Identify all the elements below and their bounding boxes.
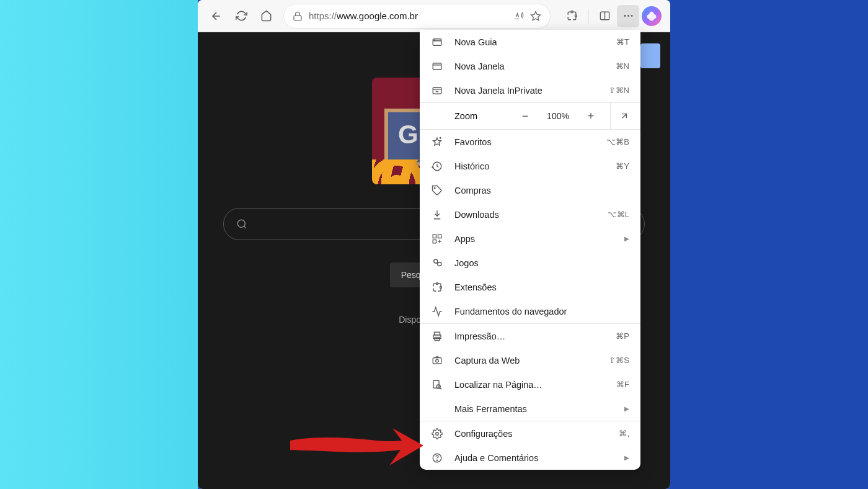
menu-new-window[interactable]: Nova Janela ⌘N	[420, 54, 640, 78]
svg-rect-25	[433, 240, 436, 243]
zoom-in-button[interactable]: +	[583, 108, 599, 124]
extensions-icon[interactable]	[560, 5, 583, 27]
svg-rect-23	[433, 235, 436, 238]
menu-print[interactable]: Impressão… ⌘P	[420, 324, 640, 348]
menu-label: Downloads	[454, 210, 596, 220]
svg-rect-36	[433, 357, 441, 364]
refresh-button[interactable]	[230, 5, 252, 27]
svg-marker-18	[433, 138, 441, 145]
menu-new-inprivate[interactable]: Nova Janela InPrivate ⇧⌘N	[420, 78, 640, 102]
menu-label: Apps	[454, 234, 613, 244]
search-icon	[236, 218, 247, 230]
svg-point-43	[436, 460, 437, 460]
inprivate-icon	[431, 84, 443, 97]
find-icon	[431, 379, 443, 391]
menu-shopping[interactable]: Compras	[420, 178, 640, 202]
essentials-icon	[431, 305, 443, 318]
zoom-label: Zoom	[454, 111, 477, 121]
menu-more-tools[interactable]: Mais Ferramentas ▶	[420, 397, 640, 421]
svg-line-10	[244, 226, 246, 228]
read-aloud-icon[interactable]	[513, 11, 524, 22]
menu-new-tab[interactable]: Nova Guia ⌘T	[420, 30, 640, 54]
url-text: https://www.google.com.br	[309, 11, 507, 21]
settings-icon	[431, 428, 443, 440]
svg-marker-1	[531, 11, 541, 20]
back-button[interactable]	[205, 5, 228, 27]
menu-games[interactable]: Jogos	[420, 251, 640, 275]
games-icon	[431, 257, 443, 269]
svg-point-6	[624, 15, 626, 17]
blank-icon	[431, 403, 443, 415]
svg-rect-0	[294, 16, 301, 20]
downloads-icon	[431, 209, 443, 221]
address-bar[interactable]: https://www.google.com.br	[283, 4, 551, 29]
svg-point-7	[627, 15, 629, 17]
menu-shortcut: ⌘T	[616, 37, 629, 47]
menu-settings[interactable]: Configurações ⌘,	[420, 421, 640, 446]
menu-history[interactable]: Histórico ⌘Y	[420, 154, 640, 178]
svg-point-3	[575, 15, 577, 17]
menu-shortcut: ⌘N	[616, 61, 629, 71]
apps-icon	[431, 233, 443, 245]
split-screen-icon[interactable]	[593, 5, 616, 27]
svg-rect-38	[433, 380, 439, 388]
menu-web-capture[interactable]: Captura da Web ⇧⌘S	[420, 348, 640, 372]
favorites-icon	[431, 136, 443, 148]
svg-point-37	[436, 359, 439, 362]
browser-menu: Nova Guia ⌘T Nova Janela ⌘N Nova Janela …	[420, 30, 640, 470]
signin-partial[interactable]	[640, 43, 660, 68]
menu-label: Fundamentos do navegador	[454, 307, 629, 316]
menu-label: Ajuda e Comentários	[454, 453, 613, 463]
menu-label: Impressão…	[454, 331, 604, 341]
chevron-right-icon: ▶	[624, 235, 629, 242]
menu-shortcut: ⌘,	[619, 429, 629, 438]
svg-point-9	[237, 220, 245, 227]
menu-find[interactable]: Localizar na Página… ⌘F	[420, 372, 640, 397]
chevron-right-icon: ▶	[624, 454, 629, 461]
menu-shortcut: ⌘P	[616, 331, 629, 341]
menu-shortcut: ⌥⌘B	[606, 137, 629, 146]
menu-zoom: Zoom − 100% +	[420, 103, 640, 129]
home-button[interactable]	[255, 5, 277, 27]
svg-rect-16	[433, 87, 441, 94]
shopping-icon	[431, 184, 443, 197]
svg-line-40	[440, 388, 441, 389]
capture-icon	[431, 354, 443, 367]
menu-label: Nova Guia	[454, 37, 605, 47]
zoom-value: 100%	[544, 111, 572, 121]
copilot-icon	[642, 6, 662, 26]
fullscreen-button[interactable]	[610, 103, 629, 129]
menu-help[interactable]: Ajuda e Comentários ▶	[420, 446, 640, 470]
menu-label: Localizar na Página…	[454, 380, 605, 390]
menu-label: Captura da Web	[454, 356, 598, 366]
copilot-button[interactable]	[640, 5, 663, 27]
svg-point-8	[631, 15, 632, 17]
chevron-right-icon: ▶	[624, 405, 629, 412]
svg-point-31	[436, 282, 438, 284]
new-tab-icon	[431, 36, 443, 48]
menu-essentials[interactable]: Fundamentos do navegador	[420, 299, 640, 323]
menu-shortcut: ⌘Y	[616, 161, 629, 171]
menu-downloads[interactable]: Downloads ⌥⌘L	[420, 202, 640, 227]
menu-label: Nova Janela	[454, 61, 604, 71]
menu-label: Favoritos	[454, 137, 595, 147]
menu-favorites[interactable]: Favoritos ⌥⌘B	[420, 130, 640, 154]
favorite-star-icon[interactable]	[530, 11, 541, 22]
more-menu-button[interactable]	[617, 5, 639, 27]
svg-point-22	[435, 187, 436, 189]
zoom-out-button[interactable]: −	[517, 108, 533, 124]
menu-apps[interactable]: Apps ▶	[420, 227, 640, 251]
menu-label: Mais Ferramentas	[454, 404, 613, 414]
menu-shortcut: ⇧⌘N	[609, 86, 629, 95]
menu-label: Jogos	[454, 258, 629, 268]
menu-label: Histórico	[454, 161, 604, 171]
menu-extensions[interactable]: Extensões	[420, 275, 640, 299]
menu-label: Configurações	[454, 429, 608, 439]
menu-shortcut: ⌘F	[616, 380, 629, 389]
svg-point-2	[570, 11, 572, 13]
menu-shortcut: ⌥⌘L	[608, 210, 629, 219]
toolbar: https://www.google.com.br	[198, 0, 670, 32]
svg-point-32	[440, 286, 442, 288]
svg-point-29	[438, 262, 441, 266]
print-icon	[431, 330, 443, 343]
